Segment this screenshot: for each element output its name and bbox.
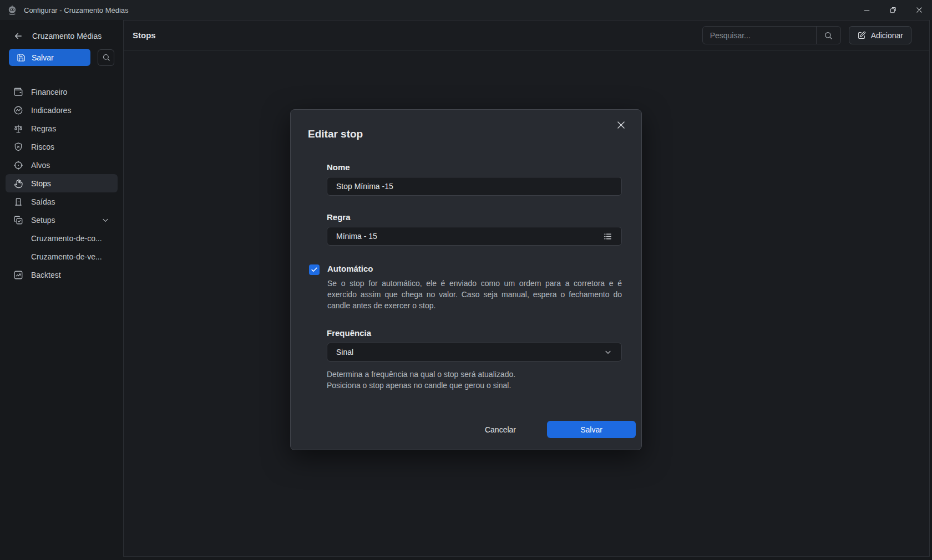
frequencia-help-line1: Determina a frequência na qual o stop se… <box>327 369 622 380</box>
regra-label: Regra <box>327 212 622 222</box>
sidebar-search-button[interactable] <box>98 49 114 66</box>
back-row: Cruzamento Médias <box>0 28 123 44</box>
sidebar-item-stops[interactable]: Stops <box>6 174 118 192</box>
nome-field: Nome <box>327 162 622 196</box>
modal-title: Editar stop <box>308 128 641 140</box>
main-header: Stops <box>124 21 929 50</box>
back-arrow-icon[interactable] <box>13 31 23 41</box>
search-button[interactable] <box>816 27 840 44</box>
nome-input[interactable] <box>336 182 612 191</box>
automatico-text: Automático Se o stop for automático, ele… <box>327 264 622 311</box>
frequencia-help: Determina a frequência na qual o stop se… <box>327 369 622 391</box>
modal-close-button[interactable] <box>615 119 627 131</box>
sidebar-item-label: Alvos <box>31 161 50 170</box>
regra-input[interactable] <box>336 232 603 241</box>
automatico-row: Automático Se o stop for automático, ele… <box>309 264 622 311</box>
sidebar-item-cruzamento-de-ve[interactable]: Cruzamento-de-ve... <box>0 247 123 266</box>
config-name: Cruzamento Médias <box>32 32 102 40</box>
app-logo-icon <box>7 4 18 16</box>
frequencia-label: Frequência <box>327 328 622 338</box>
sidebar-item-financeiro[interactable]: Financeiro <box>0 83 123 101</box>
frequencia-field: Frequência Sinal <box>327 328 622 362</box>
automatico-label: Automático <box>327 264 622 273</box>
sidebar-item-label: Saídas <box>31 197 55 206</box>
chart-line-circle-icon <box>13 105 23 115</box>
add-button[interactable]: Adicionar <box>849 26 911 44</box>
sidebar-item-label: Cruzamento-de-ve... <box>31 252 102 261</box>
sidebar-item-label: Backtest <box>31 271 61 279</box>
save-row: Salvar <box>0 49 123 66</box>
shield-x-icon <box>13 142 23 152</box>
search-icon <box>824 31 833 40</box>
sidebar: Cruzamento Médias Salvar <box>0 20 123 560</box>
sidebar-item-label: Cruzamento-de-co... <box>31 234 102 243</box>
wallet-icon <box>13 87 23 97</box>
copy-check-icon <box>13 215 23 225</box>
check-icon <box>311 266 318 273</box>
sidebar-item-indicadores[interactable]: Indicadores <box>0 101 123 119</box>
modal-save-button[interactable]: Salvar <box>547 421 636 438</box>
frequencia-help-line2: Posiciona o stop apenas no candle que ge… <box>327 380 622 391</box>
sidebar-nav: Financeiro Indicadores <box>0 83 123 284</box>
sidebar-item-setups[interactable]: Setups <box>0 211 123 229</box>
sidebar-item-riscos[interactable]: Riscos <box>0 138 123 156</box>
exit-door-icon <box>13 197 23 207</box>
frequencia-value: Sinal <box>336 348 353 357</box>
automatico-description: Se o stop for automático, ele é enviado … <box>327 278 622 311</box>
window-controls <box>854 0 932 20</box>
save-button[interactable]: Salvar <box>9 49 90 66</box>
frequencia-select[interactable]: Sinal <box>327 343 622 362</box>
regra-input-wrap[interactable] <box>327 227 622 246</box>
page-title: Stops <box>133 30 156 40</box>
save-icon <box>17 53 26 62</box>
hand-icon <box>13 179 23 189</box>
chevron-down-icon[interactable] <box>101 216 110 225</box>
sidebar-item-label: Setups <box>31 216 55 225</box>
search-input[interactable] <box>703 27 816 44</box>
chevron-down-icon <box>604 348 612 357</box>
close-icon <box>616 120 626 130</box>
nome-label: Nome <box>327 162 622 172</box>
scales-icon <box>13 124 23 134</box>
window-title: Configurar - Cruzamento Médias <box>24 6 129 14</box>
sidebar-item-label: Riscos <box>31 142 54 151</box>
titlebar: Configurar - Cruzamento Médias <box>0 0 932 20</box>
sidebar-item-label: Regras <box>31 124 56 133</box>
close-button[interactable] <box>906 0 932 20</box>
sidebar-item-label: Indicadores <box>31 106 71 115</box>
sidebar-item-alvos[interactable]: Alvos <box>0 156 123 174</box>
sidebar-item-label: Stops <box>31 179 51 188</box>
nome-input-wrap <box>327 177 622 196</box>
list-icon[interactable] <box>603 232 612 241</box>
sidebar-item-backtest[interactable]: Backtest <box>0 266 123 284</box>
edit-stop-modal: Editar stop Nome Regra Automático Se <box>290 109 642 450</box>
sidebar-item-regras[interactable]: Regras <box>0 119 123 138</box>
search-icon <box>102 53 110 62</box>
sidebar-item-saidas[interactable]: Saídas <box>0 192 123 211</box>
restore-button[interactable] <box>880 0 906 20</box>
target-icon <box>13 160 23 170</box>
cancel-button[interactable]: Cancelar <box>485 425 516 434</box>
minimize-button[interactable] <box>854 0 880 20</box>
header-actions: Adicionar <box>702 26 911 44</box>
save-button-label: Salvar <box>32 53 54 62</box>
chart-square-icon <box>13 270 23 280</box>
sidebar-item-cruzamento-de-co[interactable]: Cruzamento-de-co... <box>0 229 123 247</box>
sidebar-item-label: Financeiro <box>31 88 67 96</box>
automatico-checkbox[interactable] <box>309 264 320 275</box>
search-group <box>702 26 841 44</box>
add-button-label: Adicionar <box>871 31 903 40</box>
edit-pencil-icon <box>857 31 866 40</box>
regra-field: Regra <box>327 212 622 246</box>
modal-footer: Cancelar Salvar <box>291 421 636 438</box>
